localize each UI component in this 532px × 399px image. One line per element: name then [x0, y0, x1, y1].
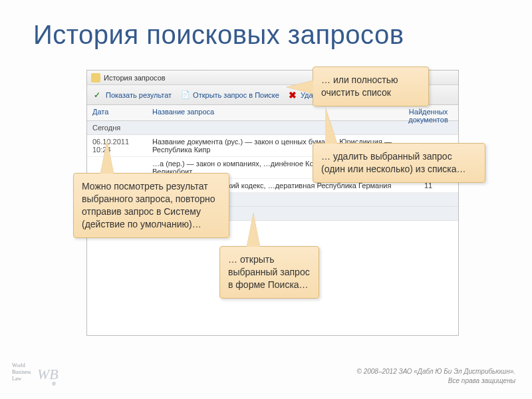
wbl-logo: World Business Law WBL ®	[12, 359, 59, 387]
callout-show-result: Можно посмотреть результат выбранного за…	[73, 173, 229, 238]
show-result-button[interactable]: Показать результат	[90, 87, 176, 103]
callout-tail	[325, 107, 337, 144]
cell-date: 06.10.2011 10:24	[87, 135, 147, 156]
callout-text: … открыть выбранный запрос в форме Поиск…	[228, 254, 310, 290]
svg-text:World: World	[12, 362, 25, 368]
callout-tail	[100, 140, 114, 174]
callout-tail	[287, 80, 313, 94]
callout-text: Можно посмотреть результат выбранного за…	[82, 181, 215, 229]
copyright-line1: © 2008–2012 ЗАО «Дабл Ю Би Эл Дистрибьюш…	[357, 367, 515, 376]
group-today[interactable]: Сегодня	[87, 121, 458, 135]
callout-delete-selected: … удалить выбранный запрос (один или нес…	[313, 143, 485, 183]
open-in-search-button[interactable]: Открыть запрос в Поиске	[177, 87, 283, 103]
slide-title: История поисковых запросов	[33, 20, 404, 50]
history-icon	[91, 73, 100, 82]
window-title-text: История запросов	[104, 74, 166, 82]
col-header-date[interactable]: Дата	[87, 105, 147, 120]
col-header-found[interactable]: Найденных документов	[398, 105, 458, 120]
open-icon	[181, 90, 190, 100]
show-result-label: Показать результат	[106, 91, 172, 99]
copyright-line2: Все права защищены	[357, 376, 515, 386]
svg-text:Law: Law	[12, 376, 21, 382]
svg-text:WBL: WBL	[37, 366, 59, 382]
callout-tail	[247, 213, 260, 247]
svg-text:®: ®	[52, 381, 56, 387]
callout-clear-all: … или полностью очистить список	[313, 66, 429, 106]
callout-text: … или полностью очистить список	[321, 74, 398, 98]
col-header-name[interactable]: Название запроса	[147, 105, 398, 120]
callout-open-search: … открыть выбранный запрос в форме Поиск…	[219, 246, 319, 299]
svg-text:Business: Business	[12, 369, 31, 375]
copyright: © 2008–2012 ЗАО «Дабл Ю Би Эл Дистрибьюш…	[357, 367, 515, 386]
callout-text: … удалить выбранный запрос (один или нес…	[321, 151, 466, 174]
check-icon	[94, 90, 103, 100]
open-in-search-label: Открыть запрос в Поиске	[193, 91, 279, 99]
column-headers: Дата Название запроса Найденных документ…	[87, 105, 458, 121]
